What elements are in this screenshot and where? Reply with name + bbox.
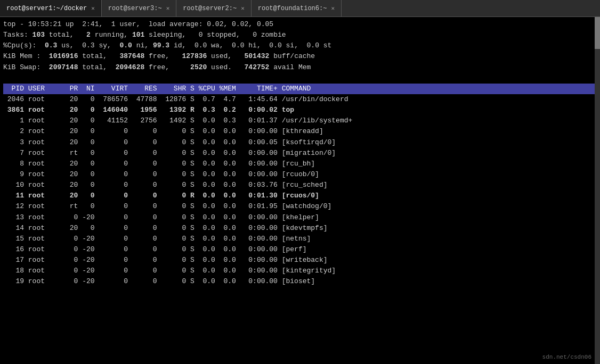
process-row-row-15: 15 root 0 -20 0 0 0 S 0.0 0.0 0:00.00 [n… <box>3 234 597 244</box>
header-line-swap-line: KiB Swap: 2097148 total, 2094628 free, 2… <box>3 62 597 73</box>
process-row-row-14: 14 root 20 0 0 0 0 S 0.0 0.0 0:00.00 [kd… <box>3 223 597 234</box>
process-row-row-18: 18 root 0 -20 0 0 0 S 0.0 0.0 0:00.00 [k… <box>3 266 597 276</box>
tab-server1-label: root@server1:~/docker <box>6 5 87 12</box>
process-row-row-2046: 2046 root 20 0 786576 47788 12876 S 0.7 … <box>3 94 597 105</box>
tab-server3-label: root@server3:~ <box>108 5 162 12</box>
tab-bar: root@server1:~/docker ✕ root@server3:~ ✕… <box>0 0 600 17</box>
tab-server1-close[interactable]: ✕ <box>91 5 95 12</box>
process-row-row-16: 16 root 0 -20 0 0 0 S 0.0 0.0 0:00.00 [p… <box>3 244 597 255</box>
process-row-row-10: 10 root 20 0 0 0 0 S 0.0 0.0 0:03.76 [rc… <box>3 180 597 191</box>
process-row-row-11: 11 root 20 0 0 0 0 R 0.0 0.0 0:01.30 [rc… <box>3 191 597 201</box>
scrollbar-thumb[interactable] <box>595 17 600 49</box>
header-line-mem-line: KiB Mem : 1016916 total, 387648 free, 12… <box>3 51 597 62</box>
process-row-row-1: 1 root 20 0 41152 2756 1492 S 0.0 0.3 0:… <box>3 115 597 126</box>
tab-server1[interactable]: root@server1:~/docker ✕ <box>0 0 102 16</box>
tab-server3[interactable]: root@server3:~ ✕ <box>102 0 176 16</box>
process-row-row-3861: 3861 root 20 0 146040 1956 1392 R 0.3 0.… <box>3 105 597 115</box>
tab-server2[interactable]: root@server2:~ ✕ <box>176 0 251 16</box>
process-row-row-2: 2 root 20 0 0 0 0 S 0.0 0.0 0:00.00 [kth… <box>3 126 597 137</box>
table-header-row: PID USER PR NI VIRT RES SHR S %CPU %MEM … <box>3 84 597 94</box>
tab-server2-close[interactable]: ✕ <box>241 5 245 12</box>
tab-foundation6[interactable]: root@foundation6:~ ✕ <box>252 0 342 16</box>
tab-foundation6-label: root@foundation6:~ <box>258 5 327 12</box>
tab-server2-label: root@server2:~ <box>183 5 237 12</box>
header-line-tasks-line: Tasks: 103 total, 2 running, 101 sleepin… <box>3 30 597 40</box>
tab-foundation6-close[interactable]: ✕ <box>331 5 335 12</box>
tab-server3-close[interactable]: ✕ <box>166 5 170 12</box>
process-row-row-17: 17 root 0 -20 0 0 0 S 0.0 0.0 0:00.00 [w… <box>3 255 597 266</box>
process-row-row-7: 7 root rt 0 0 0 0 S 0.0 0.0 0:00.00 [mig… <box>3 148 597 159</box>
process-row-row-3: 3 root 20 0 0 0 0 S 0.0 0.0 0:00.05 [kso… <box>3 137 597 148</box>
process-row-row-19: 19 root 0 -20 0 0 0 S 0.0 0.0 0:00.00 [b… <box>3 276 597 287</box>
terminal-content: top - 10:53:21 up 2:41, 1 user, load ave… <box>0 17 600 364</box>
watermark: sdn.net/csdn06 <box>542 353 591 362</box>
process-row-row-12: 12 root rt 0 0 0 0 S 0.0 0.0 0:01.95 [wa… <box>3 201 597 212</box>
process-row-row-8: 8 root 20 0 0 0 0 S 0.0 0.0 0:00.00 [rcu… <box>3 159 597 169</box>
scrollbar[interactable] <box>595 17 600 364</box>
header-line-top-summary: top - 10:53:21 up 2:41, 1 user, load ave… <box>3 19 597 30</box>
process-row-row-9: 9 root 20 0 0 0 0 S 0.0 0.0 0:00.00 [rcu… <box>3 169 597 180</box>
header-line-cpu-line: %Cpu(s): 0.3 us, 0.3 sy, 0.0 ni, 99.3 id… <box>3 40 597 51</box>
process-row-row-13: 13 root 0 -20 0 0 0 S 0.0 0.0 0:00.00 [k… <box>3 212 597 223</box>
